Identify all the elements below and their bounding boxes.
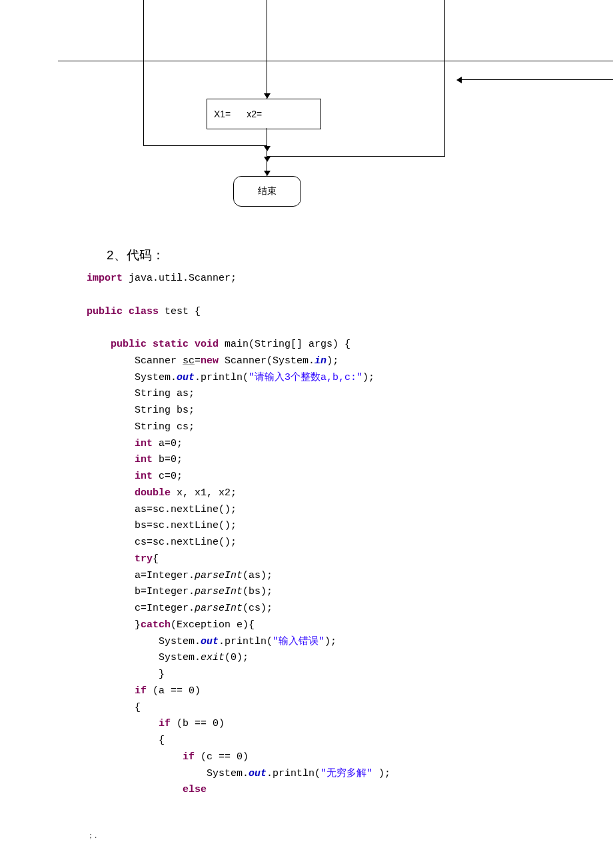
- code-text: (bs);: [243, 586, 273, 597]
- code-text: b=0;: [153, 454, 183, 465]
- kw-public: public: [87, 306, 123, 317]
- code-text: }: [159, 669, 165, 680]
- arrow-left-merge: [264, 146, 271, 151]
- footer-text: ；.: [87, 830, 97, 841]
- kw-import: import: [87, 273, 123, 284]
- code-text: (b == 0): [171, 718, 225, 729]
- method-exit: exit: [201, 652, 225, 663]
- code-text: (0);: [225, 652, 249, 663]
- method-parseInt: parseInt: [195, 586, 243, 597]
- code-text: cs=sc.nextLine();: [135, 537, 237, 548]
- code-text: {: [159, 735, 165, 746]
- rect-x1-label: X1=: [214, 109, 231, 119]
- kw-int: int: [135, 454, 153, 465]
- code-text: a=0;: [153, 438, 183, 449]
- code-text: );: [372, 768, 390, 779]
- code-text: (a == 0): [147, 685, 201, 697]
- terminal-box: 结束: [233, 176, 301, 207]
- code-text: java.util.Scanner;: [123, 273, 237, 284]
- flowchart-diagram: X1= x2= 结束: [0, 0, 613, 213]
- code-text: String as;: [135, 388, 195, 399]
- code-text: a=Integer.: [135, 570, 195, 581]
- code-text: .println(: [267, 768, 320, 779]
- code-text: String cs;: [135, 421, 195, 433]
- code-text: =: [195, 355, 201, 367]
- field-out: out: [177, 372, 195, 383]
- code-text: bs=sc.nextLine();: [135, 520, 237, 531]
- arrow-right-merge: [264, 157, 271, 162]
- code-text: b=Integer.: [135, 586, 195, 597]
- hline-long: [58, 61, 613, 61]
- code-text: c=Integer.: [135, 603, 195, 614]
- method-parseInt: parseInt: [195, 603, 243, 614]
- section-heading: 2、代码：: [107, 247, 613, 264]
- kw-catch: catch: [141, 619, 171, 631]
- string-literal: "请输入3个整数a,b,c:": [249, 372, 362, 383]
- code-text: .println(: [219, 636, 273, 647]
- code-text: c=0;: [153, 471, 183, 482]
- arrow-into-rect: [264, 93, 271, 99]
- code-text: main(String[] args) {: [219, 339, 350, 350]
- kw-new: new: [201, 355, 219, 367]
- field-out: out: [201, 636, 219, 647]
- vline-center: [267, 0, 267, 99]
- code-text: x, x1, x2;: [171, 487, 237, 499]
- hline-right-merge: [267, 156, 445, 157]
- vline-left: [143, 0, 144, 145]
- kw-if: if: [135, 685, 147, 697]
- process-box: X1= x2=: [207, 99, 321, 129]
- field-in: in: [314, 355, 326, 367]
- code-text: (Exception e){: [171, 619, 255, 631]
- code-text: (cs);: [243, 603, 273, 614]
- end-label: 结束: [258, 185, 277, 197]
- kw-int: int: [135, 471, 153, 482]
- code-block: import java.util.Scanner; public class t…: [87, 271, 613, 799]
- kw-if: if: [183, 751, 195, 763]
- code-text: );: [326, 355, 338, 367]
- code-text: test {: [159, 306, 201, 317]
- string-literal: "输入错误": [273, 636, 324, 647]
- code-text: System.: [207, 768, 249, 779]
- code-text: System.: [135, 372, 177, 383]
- code-text: .println(: [195, 372, 249, 383]
- kw-public: public: [111, 339, 147, 350]
- kw-class: class: [129, 306, 159, 317]
- hline-right-in: [462, 79, 613, 80]
- code-text: (as);: [243, 570, 273, 581]
- kw-int: int: [135, 438, 153, 449]
- code-text: String bs;: [135, 405, 195, 416]
- code-text: Scanner(System.: [219, 355, 314, 367]
- kw-double: double: [135, 487, 171, 499]
- arrow-right-inbound: [456, 77, 462, 83]
- hline-left-merge: [143, 145, 267, 146]
- vline-rect-down: [267, 128, 267, 176]
- kw-try: try: [135, 553, 153, 565]
- code-text: (c == 0): [195, 751, 249, 763]
- field-out: out: [249, 768, 267, 779]
- code-text: }: [135, 619, 141, 631]
- rect-x2-label: x2=: [247, 109, 262, 119]
- arrow-into-terminal: [264, 171, 271, 176]
- code-text: System.: [159, 636, 201, 647]
- var-sc: sc: [183, 355, 195, 367]
- kw-else: else: [183, 784, 207, 795]
- kw-if: if: [159, 718, 171, 729]
- kw-static: static: [153, 339, 189, 350]
- code-text: {: [153, 553, 159, 565]
- string-literal: "无穷多解": [320, 768, 372, 779]
- code-text: {: [135, 702, 141, 713]
- code-text: System.: [159, 652, 201, 663]
- vline-right: [444, 0, 445, 156]
- code-text: );: [324, 636, 336, 647]
- kw-void: void: [195, 339, 219, 350]
- code-text: );: [362, 372, 374, 383]
- code-text: Scanner: [135, 355, 183, 367]
- code-text: as=sc.nextLine();: [135, 504, 237, 515]
- method-parseInt: parseInt: [195, 570, 243, 581]
